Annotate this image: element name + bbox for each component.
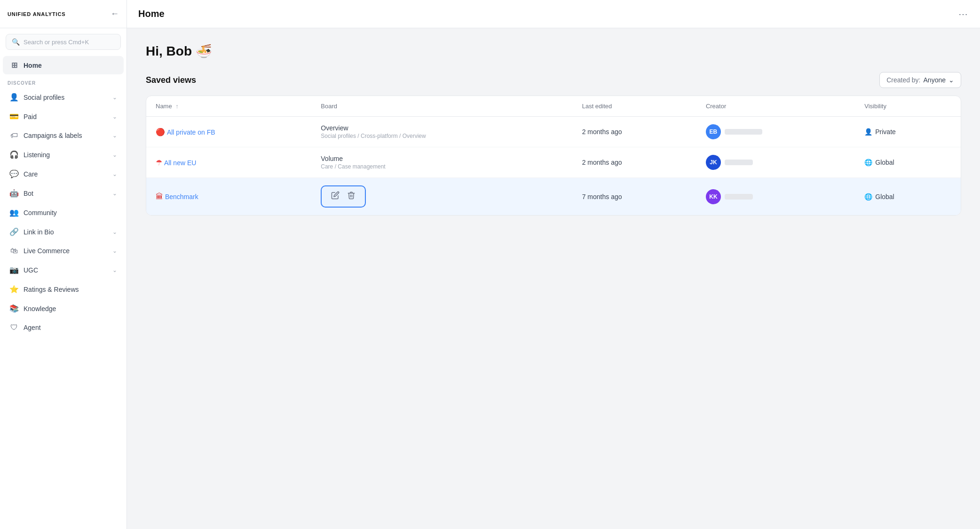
search-placeholder: Search or press Cmd+K — [24, 39, 89, 46]
filter-value: Anyone — [924, 76, 946, 84]
created-by-filter[interactable]: Created by: Anyone ⌄ — [879, 72, 961, 88]
sidebar-item-label-link: Link in Bio — [24, 228, 54, 236]
edit-button[interactable] — [329, 190, 341, 203]
column-header-last-edited: Last edited — [573, 96, 696, 117]
agent-icon: 🛡 — [9, 323, 19, 332]
row-last-edited-3: 7 months ago — [573, 178, 696, 216]
table-row: 🏛 Benchmark — [146, 178, 961, 216]
sidebar-title: UNIFIED ANALYTICS — [8, 11, 66, 17]
row-visibility-cell-2: 🌐 Global — [855, 147, 961, 178]
live-commerce-icon: 🛍 — [9, 247, 19, 255]
sidebar-item-label-knowledge: Knowledge — [24, 305, 56, 313]
sidebar-item-care[interactable]: 💬 Care ⌄ — [3, 165, 124, 183]
sidebar-item-label-ratings: Ratings & Reviews — [24, 286, 79, 293]
visibility-label-3: Global — [875, 193, 894, 200]
search-box[interactable]: 🔍 Search or press Cmd+K — [6, 34, 121, 50]
care-icon: 💬 — [9, 169, 19, 178]
listening-icon: 🎧 — [9, 150, 19, 159]
board-secondary-2: Care / Case management — [321, 163, 563, 170]
row-last-edited-1: 2 months ago — [573, 117, 696, 147]
delete-button[interactable] — [345, 190, 357, 203]
global-icon: 🌐 — [864, 193, 872, 200]
avatar-eb: EB — [706, 124, 721, 139]
community-icon: 👥 — [9, 208, 19, 217]
sidebar-item-label-commerce: Live Commerce — [24, 247, 70, 255]
chevron-down-icon: ⌄ — [948, 76, 954, 84]
filter-label: Created by: — [886, 76, 920, 84]
row-link-1[interactable]: All private on FB — [167, 128, 215, 136]
ratings-icon: ⭐ — [9, 285, 19, 294]
back-icon[interactable]: ← — [111, 9, 119, 19]
row-creator-cell-1: EB — [696, 117, 855, 147]
table-row: 🔴 All private on FB Overview Social prof… — [146, 117, 961, 147]
chevron-down-icon: ⌄ — [112, 94, 117, 101]
sidebar-item-label-agent: Agent — [24, 324, 41, 331]
saved-views-table-container: Name ↑ Board Last edited Creator Visibil… — [146, 96, 961, 216]
creator-name-blurred — [725, 194, 753, 200]
sidebar-item-home[interactable]: ⊞ Home — [3, 56, 124, 74]
row-link-3[interactable]: Benchmark — [165, 193, 198, 200]
sidebar-header: UNIFIED ANALYTICS ← — [0, 0, 126, 28]
visibility-label-2: Global — [875, 159, 894, 166]
row-name-cell: 🔴 All private on FB — [146, 117, 311, 147]
saved-views-title: Saved views — [146, 75, 196, 85]
column-header-visibility: Visibility — [855, 96, 961, 117]
board-primary-1: Overview — [321, 124, 563, 132]
global-icon: 🌐 — [864, 159, 872, 166]
row-visibility-cell-1: 👤 Private — [855, 117, 961, 147]
search-icon: 🔍 — [12, 38, 20, 46]
sidebar-item-listening[interactable]: 🎧 Listening ⌄ — [3, 145, 124, 164]
visibility-label-1: Private — [875, 128, 896, 136]
discover-section-label: DISCOVER — [0, 75, 126, 88]
topbar: Home ⋯ — [127, 0, 980, 28]
sidebar-item-knowledge[interactable]: 📚 Knowledge — [3, 299, 124, 318]
sidebar-item-label-campaigns: Campaigns & labels — [24, 132, 82, 139]
row-icon-fb: 🔴 — [156, 128, 165, 136]
chevron-down-icon: ⌄ — [112, 132, 117, 139]
sidebar-item-bot[interactable]: 🤖 Bot ⌄ — [3, 184, 124, 202]
sidebar-item-label-paid: Paid — [24, 113, 37, 120]
sidebar-item-ratings[interactable]: ⭐ Ratings & Reviews — [3, 280, 124, 298]
chevron-down-icon: ⌄ — [112, 248, 117, 254]
column-header-creator: Creator — [696, 96, 855, 117]
chevron-down-icon: ⌄ — [112, 190, 117, 197]
more-menu-icon[interactable]: ⋯ — [958, 8, 969, 20]
sidebar-item-community[interactable]: 👥 Community — [3, 203, 124, 222]
knowledge-icon: 📚 — [9, 304, 19, 313]
sidebar-item-agent[interactable]: 🛡 Agent — [3, 319, 124, 337]
board-primary-2: Volume — [321, 155, 563, 162]
sidebar: UNIFIED ANALYTICS ← 🔍 Search or press Cm… — [0, 0, 127, 529]
avatar-kk: KK — [706, 189, 721, 204]
row-name-cell: ☂ All new EU — [146, 147, 311, 178]
row-last-edited-2: 2 months ago — [573, 147, 696, 178]
sidebar-item-ugc[interactable]: 📷 UGC ⌄ — [3, 261, 124, 279]
sidebar-item-paid[interactable]: 💳 Paid ⌄ — [3, 107, 124, 126]
row-board-cell: Volume Care / Case management — [311, 147, 572, 178]
home-icon: ⊞ — [9, 61, 19, 70]
saved-views-table: Name ↑ Board Last edited Creator Visibil… — [146, 96, 961, 215]
column-header-name[interactable]: Name ↑ — [146, 96, 311, 117]
table-row: ☂ All new EU Volume Care / Case manageme… — [146, 147, 961, 178]
row-board-cell: Overview Social profiles / Cross-platfor… — [311, 117, 572, 147]
row-link-2[interactable]: All new EU — [164, 159, 196, 167]
link-in-bio-icon: 🔗 — [9, 227, 19, 236]
sidebar-item-label-bot: Bot — [24, 190, 33, 197]
sidebar-item-label-ugc: UGC — [24, 266, 38, 274]
content-area: Hi, Bob 🍜 Saved views Created by: Anyone… — [127, 28, 980, 529]
campaigns-icon: 🏷 — [9, 131, 19, 140]
row-name-cell: 🏛 Benchmark — [146, 178, 311, 216]
board-secondary-1: Social profiles / Cross-platform / Overv… — [321, 133, 563, 139]
creator-name-blurred — [725, 129, 762, 135]
sort-asc-icon: ↑ — [175, 103, 179, 110]
sidebar-item-social-profiles[interactable]: 👤 Social profiles ⌄ — [3, 88, 124, 106]
chevron-down-icon: ⌄ — [112, 113, 117, 120]
page-title: Home — [138, 8, 165, 19]
sidebar-item-campaigns[interactable]: 🏷 Campaigns & labels ⌄ — [3, 127, 124, 144]
sidebar-item-link-in-bio[interactable]: 🔗 Link in Bio ⌄ — [3, 223, 124, 241]
sidebar-item-live-commerce[interactable]: 🛍 Live Commerce ⌄ — [3, 242, 124, 260]
main-content: Home ⋯ Hi, Bob 🍜 Saved views Created by:… — [127, 0, 980, 529]
greeting: Hi, Bob 🍜 — [146, 43, 961, 59]
sidebar-item-label-social: Social profiles — [24, 94, 64, 101]
row-actions-cell — [311, 178, 572, 216]
chevron-down-icon: ⌄ — [112, 229, 117, 235]
